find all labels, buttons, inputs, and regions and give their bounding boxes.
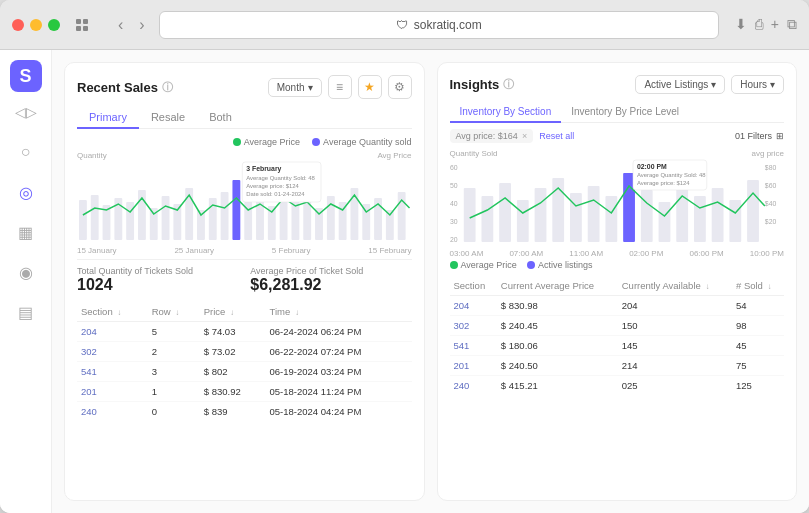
tab-primary[interactable]: Primary [77,107,139,129]
avg-price-block: Average Price of Ticket Sold $6,281.92 [250,266,411,294]
svg-rect-59 [693,196,705,242]
insights-panel: Insights ⓘ Active Listings ▾ Hours ▾ [437,62,798,501]
insights-active-dot [527,261,535,269]
cell-sold: 54 [732,296,784,316]
svg-text:40: 40 [450,200,458,207]
svg-rect-46 [463,188,475,242]
month-selector[interactable]: Month ▾ [268,78,322,97]
cell-avg-price: $ 830.98 [497,296,618,316]
url-text: sokratiq.com [414,18,482,32]
back-button[interactable]: ‹ [112,14,129,36]
filters-button[interactable]: 01 Filters ⊞ [735,131,784,141]
cell-available: 025 [618,376,732,396]
svg-rect-57 [658,202,670,242]
ins-col-avg-price[interactable]: Current Average Price [497,276,618,296]
hours-dropdown[interactable]: Hours ▾ [731,75,784,94]
sidebar-logo[interactable]: S [10,60,42,92]
recent-sales-title: Recent Sales ⓘ [77,80,173,95]
cell-price: $ 74.03 [200,322,266,342]
copy-icon[interactable]: ⧉ [787,16,797,33]
forward-button[interactable]: › [133,14,150,36]
sidebar-icon-circle[interactable]: ○ [10,136,42,168]
insights-y-right: avg price [752,149,784,158]
tab-resale[interactable]: Resale [139,107,197,129]
insights-title: Insights ⓘ [450,77,515,92]
maximize-button[interactable] [48,19,60,31]
svg-rect-3 [83,26,88,31]
insights-header: Insights ⓘ Active Listings ▾ Hours ▾ [450,75,785,94]
ins-col-section[interactable]: Section [450,276,497,296]
svg-text:60: 60 [450,164,458,171]
col-row[interactable]: Row ↓ [148,302,200,322]
cell-time: 05-18-2024 04:24 PM [265,402,411,422]
tab-inventory-price[interactable]: Inventory By Price Level [561,102,689,123]
col-time[interactable]: Time ↓ [265,302,411,322]
svg-rect-47 [481,196,493,242]
cell-row: 5 [148,322,200,342]
share-icon[interactable]: ⎙ [755,16,763,33]
insights-legend-avg-price: Average Price [450,260,517,270]
cell-time: 06-22-2024 07:24 PM [265,342,411,362]
cell-row: 0 [148,402,200,422]
insights-table: Section Current Average Price Currently … [450,276,785,395]
svg-text:$20: $20 [764,218,776,225]
table-icon-btn[interactable]: ≡ [328,75,352,99]
recent-sales-legend: Average Price Average Quantity sold [77,137,412,147]
star-icon-btn[interactable]: ★ [358,75,382,99]
svg-rect-61 [729,200,741,242]
minimize-button[interactable] [30,19,42,31]
ins-col-available[interactable]: Currently Available ↓ [618,276,732,296]
svg-rect-5 [91,195,99,240]
insights-y-label: Quantity Sold [450,149,498,158]
cell-sold: 98 [732,316,784,336]
close-button[interactable] [12,19,24,31]
svg-text:Average Quantity Sold: 48: Average Quantity Sold: 48 [246,175,315,181]
svg-rect-4 [79,200,87,240]
sidebar-icon-list[interactable]: ▤ [10,296,42,328]
settings-icon-btn[interactable]: ⚙ [388,75,412,99]
svg-rect-11 [162,196,170,240]
filter-close-icon[interactable]: × [522,131,527,141]
cell-sold: 45 [732,336,784,356]
ins-col-sold[interactable]: # Sold ↓ [732,276,784,296]
sidebar-icon-active[interactable]: ◎ [10,176,42,208]
new-tab-icon[interactable]: + [771,16,779,33]
address-bar[interactable]: 🛡 sokratiq.com [159,11,719,39]
sidebar-icon-grid[interactable]: ▦ [10,216,42,248]
tab-inventory-section[interactable]: Inventory By Section [450,102,562,123]
svg-rect-56 [640,190,652,242]
total-qty-label: Total Quantity of Tickets Sold [77,266,238,276]
table-row: 302 2 $ 73.02 06-22-2024 07:24 PM [77,342,412,362]
cell-available: 145 [618,336,732,356]
cell-price: $ 802 [200,362,266,382]
cell-row: 2 [148,342,200,362]
col-price[interactable]: Price ↓ [200,302,266,322]
tab-grid-icon[interactable] [68,13,96,37]
cell-section: 240 [450,376,497,396]
sidebar-icon-dot[interactable]: ◉ [10,256,42,288]
avg-price-filter: Avg price: $164 × [450,129,534,143]
browser-actions: ⬇ ⎙ + ⧉ [735,16,797,33]
table-row: 201 1 $ 830.92 05-18-2024 11:24 PM [77,382,412,402]
table-row: 541 $ 180.06 145 45 [450,336,785,356]
svg-rect-58 [676,184,688,242]
cell-section: 541 [450,336,497,356]
tab-both[interactable]: Both [197,107,244,129]
cell-section: 302 [77,342,148,362]
svg-text:30: 30 [450,218,458,225]
recent-sales-chart: Quantity Avg Price [77,151,412,251]
col-section[interactable]: Section ↓ [77,302,148,322]
reset-all-link[interactable]: Reset all [539,131,574,141]
active-listings-dropdown[interactable]: Active Listings ▾ [635,75,725,94]
recent-sales-tabs: Primary Resale Both [77,107,412,129]
insights-avg-price-dot [450,261,458,269]
download-icon[interactable]: ⬇ [735,16,747,33]
sidebar-expand-icon[interactable]: ◁▷ [15,104,37,120]
cell-avg-price: $ 240.45 [497,316,618,336]
svg-text:3 February: 3 February [246,165,281,173]
nav-buttons: ‹ › [112,14,151,36]
svg-rect-52 [570,193,582,242]
svg-rect-17 [232,180,240,240]
cell-section: 302 [450,316,497,336]
cell-sold: 75 [732,356,784,376]
